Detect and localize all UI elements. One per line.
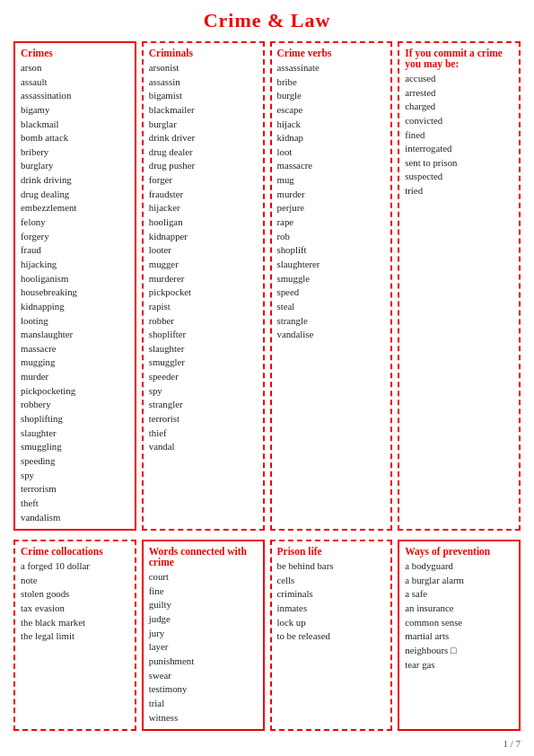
list-item: charged [405,100,513,114]
page-number: 1 / 7 [13,738,521,749]
list-item: escape [277,103,386,118]
list-item: hooliganism [21,272,129,286]
list-item: punishment [149,655,258,669]
list-item: jury [149,627,258,641]
list-item: interrogated [405,142,513,156]
list-item: fine [149,585,258,599]
list-item: a bodyguard [405,559,513,574]
card-list-ways-of-prevention: a bodyguarda burglar alarma safean insur… [405,559,513,672]
list-item: steal [277,300,386,314]
list-item: hooligan [149,215,258,230]
list-item: bomb attack [21,131,129,145]
list-item: criminals [277,587,386,602]
list-item: burgle [277,89,386,103]
card-if-you-commit: If you commit a crime you may be:accused… [398,41,521,531]
card-title-prison-life: Prison life [277,546,386,557]
list-item: neighbours □ [405,644,513,658]
list-item: kidnap [277,131,386,145]
card-crime-verbs: Crime verbsassassinatebribeburgleescapeh… [270,41,393,531]
top-grid: Crimesarsonassaultassassinationbigamybla… [13,41,521,531]
list-item: judge [149,612,258,627]
list-item: vandal [149,440,258,454]
card-crime-collocations: Crime collocationsa forged 10 dollarnote… [13,540,136,731]
list-item: murder [21,370,129,384]
list-item: fined [405,128,513,143]
list-item: massacre [277,159,386,173]
list-item: hijacking [21,258,129,272]
list-item: burglary [21,159,129,173]
list-item: tear gas [405,658,513,672]
list-item: looting [21,314,129,329]
list-item: common sense [405,616,513,630]
list-item: slaughter [21,426,129,441]
list-item: a burglar alarm [405,574,513,588]
list-item: smuggler [149,356,258,370]
list-item: mugging [21,356,129,370]
card-list-if-you-commit: accusedarrestedchargedconvictedfinedinte… [405,72,513,198]
list-item: smuggle [277,272,386,286]
list-item: hijacker [149,201,258,215]
card-title-criminals: Criminals [149,48,258,58]
list-item: an insurance [405,602,513,616]
list-item: to be released [277,629,386,644]
list-item: terrorism [21,482,129,497]
list-item: speed [277,286,386,300]
list-item: trial [149,697,258,711]
list-item: suspected [405,170,513,184]
list-item: rob [277,230,386,244]
list-item: shoplifter [149,328,258,342]
card-title-crime-collocations: Crime collocations [21,546,129,557]
list-item: stolen goods [21,587,129,602]
list-item: assassin [149,75,258,90]
card-title-words-connected: Words connected with crime [149,546,258,567]
list-item: felony [21,215,129,230]
list-item: layer [149,640,258,655]
list-item: swear [149,669,258,683]
list-item: drug pusher [149,159,258,173]
list-item: massacre [21,342,129,356]
list-item: shoplifting [21,412,129,426]
list-item: mugger [149,258,258,272]
list-item: speeding [21,454,129,469]
list-item: lock up [277,616,386,630]
card-list-prison-life: be behind barscellscriminalsinmateslock … [277,559,386,644]
list-item: note [21,574,129,588]
list-item: be behind bars [277,559,386,574]
list-item: terrorist [149,412,258,426]
list-item: looter [149,243,258,258]
list-item: thief [149,426,258,441]
list-item: bigamist [149,89,258,103]
list-item: spy [21,469,129,483]
list-item: the black market [21,616,129,630]
list-item: forger [149,173,258,188]
list-item: tax evasion [21,602,129,616]
list-item: pickpocket [149,286,258,300]
list-item: bribery [21,145,129,160]
list-item: inmates [277,602,386,616]
card-title-crime-verbs: Crime verbs [277,48,386,58]
list-item: hijack [277,118,386,132]
list-item: manslaughter [21,328,129,342]
list-item: speeder [149,370,258,384]
list-item: strangler [149,398,258,412]
list-item: arsonist [149,61,258,75]
list-item: vandalise [277,328,386,342]
card-prison-life: Prison lifebe behind barscellscriminalsi… [270,540,393,731]
list-item: embezzlement [21,201,129,215]
list-item: arrested [405,86,513,101]
list-item: vandalism [21,511,129,525]
list-item: strangle [277,314,386,329]
list-item: convicted [405,114,513,128]
list-item: accused [405,72,513,86]
card-title-if-you-commit: If you commit a crime you may be: [405,48,513,69]
list-item: murderer [149,272,258,286]
card-crimes: Crimesarsonassaultassassinationbigamybla… [13,41,136,531]
list-item: drug dealer [149,145,258,160]
list-item: blackmail [21,118,129,132]
list-item: tried [405,184,513,198]
list-item: housebreaking [21,286,129,300]
list-item: the legal limit [21,629,129,644]
list-item: martial arts [405,629,513,644]
list-item: burglar [149,118,258,132]
list-item: fraudster [149,188,258,202]
